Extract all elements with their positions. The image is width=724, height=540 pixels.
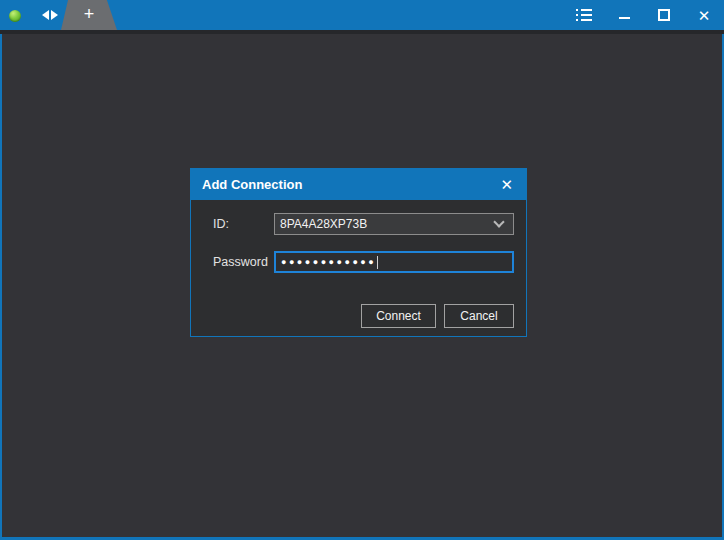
text-caret — [377, 256, 378, 269]
password-input[interactable]: ●●●●●●●●●●●● — [274, 251, 514, 273]
id-value: 8PA4A28XP73B — [275, 217, 495, 231]
app-window: + ✕ Add Connection ✕ — [0, 0, 724, 540]
titlebar: + ✕ — [0, 0, 724, 30]
id-label: ID: — [213, 213, 229, 235]
password-masked-value: ●●●●●●●●●●●● — [281, 257, 376, 267]
session-switcher-icon[interactable] — [42, 9, 58, 21]
triangle-left-icon — [42, 10, 49, 20]
window-body: Add Connection ✕ ID: 8PA4A28XP73B Passwo… — [2, 34, 722, 537]
cancel-button[interactable]: Cancel — [444, 304, 514, 328]
maximize-button[interactable] — [656, 7, 672, 23]
add-connection-dialog: Add Connection ✕ ID: 8PA4A28XP73B Passwo… — [190, 168, 527, 337]
list-menu-icon — [576, 9, 592, 21]
new-tab[interactable]: + — [61, 0, 117, 30]
maximize-icon — [658, 9, 670, 21]
dialog-title: Add Connection — [202, 177, 498, 192]
menu-button[interactable] — [576, 7, 592, 23]
close-icon: ✕ — [698, 8, 711, 23]
close-button[interactable]: ✕ — [696, 7, 712, 23]
minimize-icon — [619, 17, 630, 19]
minimize-button[interactable] — [616, 7, 632, 23]
chevron-down-icon — [493, 216, 504, 227]
dialog-close-icon[interactable]: ✕ — [498, 175, 515, 194]
id-combobox[interactable]: 8PA4A28XP73B — [274, 213, 514, 235]
plus-icon: + — [84, 4, 95, 25]
window-controls: ✕ — [576, 0, 712, 30]
password-label: Password — [213, 251, 268, 273]
connect-button[interactable]: Connect — [361, 304, 436, 328]
triangle-right-icon — [51, 10, 58, 20]
dialog-titlebar[interactable]: Add Connection ✕ — [190, 168, 527, 200]
dialog-body: ID: 8PA4A28XP73B Password ●●●●●●●●●●●● C… — [190, 200, 527, 337]
status-online-icon — [9, 10, 21, 22]
